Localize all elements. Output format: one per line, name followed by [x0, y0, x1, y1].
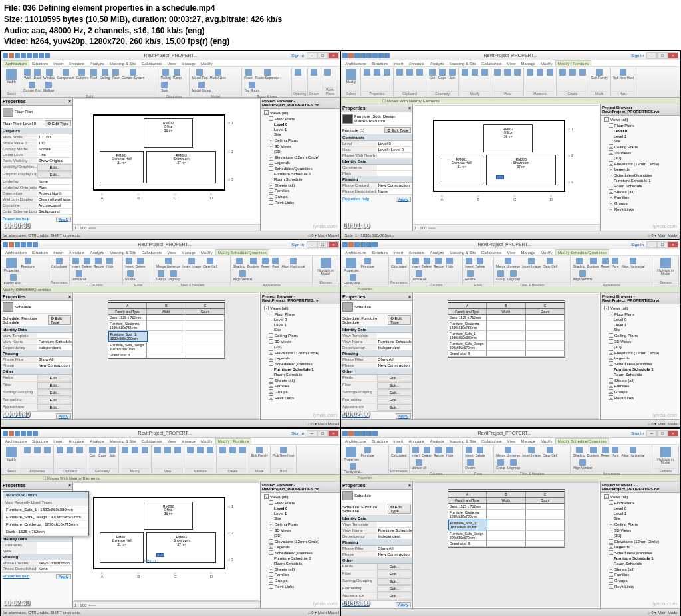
properties-panel[interactable]: Properties×ScheduleSchedule: Furniture S…	[341, 482, 413, 608]
ribbon-button[interactable]: Clear Cell	[202, 257, 218, 269]
ribbon-button[interactable]: Merge Unmerge	[495, 446, 521, 458]
ribbon-button[interactable]: Cut	[428, 68, 437, 80]
ribbon-tabs[interactable]: ArchitectureStructureInsertAnnotateAnaly…	[341, 438, 680, 445]
ribbon-button[interactable]: Join	[448, 68, 457, 80]
ribbon-button[interactable]: Font	[611, 257, 620, 269]
ribbon-button[interactable]: Furniture	[360, 257, 375, 273]
tree-node[interactable]: +Ceiling Plans	[602, 333, 678, 339]
tree-node[interactable]: -Schedules/Quantities	[262, 166, 339, 172]
ribbon-button[interactable]: Font	[271, 257, 280, 269]
ribbon-button[interactable]: Cut	[88, 446, 97, 458]
ribbon-button[interactable]	[173, 446, 182, 455]
property-row[interactable]: FieldsEdit...	[1, 375, 72, 382]
ribbon-tab[interactable]: Annotate	[66, 60, 87, 66]
type-preview[interactable]: Floor Plan	[1, 106, 72, 119]
tree-node[interactable]: +Groups	[602, 578, 678, 584]
ribbon-button[interactable]: Hide	[105, 257, 114, 269]
tree-node[interactable]: Site	[602, 516, 678, 522]
ribbon-button[interactable]	[493, 68, 502, 77]
tree-node[interactable]: +Legends	[262, 160, 339, 166]
type-preview[interactable]: Schedule	[341, 301, 412, 314]
ribbon-button[interactable]: Delete	[421, 446, 432, 458]
ribbon-panel[interactable]: ModifySelectPropertiesClipboardCutCopeJo…	[1, 445, 340, 475]
tree-node[interactable]: {3D}	[602, 345, 678, 350]
tree-node[interactable]: +Families	[602, 383, 678, 389]
ribbon-tab[interactable]: Massing & Site	[107, 60, 139, 66]
close-icon[interactable]: ×	[68, 294, 71, 299]
room[interactable]: RM003Showroom37 m²	[146, 151, 217, 183]
property-row[interactable]: Underlay OrientationPlan	[1, 185, 72, 191]
ribbon-tab[interactable]: Structure	[29, 438, 51, 444]
view-control-bar[interactable]: 1 : 100▫▫▫▫▫	[73, 224, 260, 231]
property-row[interactable]: OrientationProject North	[1, 191, 72, 197]
canvas-area[interactable]: ABCFamily and TypeWidthCountDesk: 1525 x…	[413, 482, 600, 608]
tree-node[interactable]: +Revit Links	[602, 395, 678, 401]
ribbon-tab[interactable]: Structure	[369, 60, 390, 66]
ribbon-tab[interactable]: View	[504, 60, 518, 66]
ribbon-button[interactable]	[525, 68, 535, 77]
ribbon-button[interactable]: Cope	[98, 446, 107, 458]
ribbon-tab[interactable]: Analyze	[427, 60, 446, 66]
ribbon-tab[interactable]: Manage	[518, 60, 538, 66]
ribbon-button[interactable]: Curtain System	[121, 68, 145, 80]
tree-node[interactable]: Furniture Schedule 1	[602, 179, 678, 184]
edit-type-button[interactable]: ⚙ Edit Type	[384, 127, 411, 133]
tree-node[interactable]: Room Schedule	[602, 184, 678, 189]
ribbon-button[interactable]: Ramp	[172, 68, 182, 80]
schedule-row[interactable]: Desk: 1525 x 762mm	[108, 315, 225, 321]
property-row[interactable]: HostLevel : Level 0	[341, 147, 412, 153]
ribbon-button[interactable]: Calculated	[390, 446, 408, 458]
canvas-area[interactable]: ABCFamily and TypeWidthCountDesk: 1525 x…	[73, 293, 260, 419]
tree-node[interactable]: +Legends	[262, 356, 339, 361]
ribbon-tab[interactable]: Collaborate	[479, 249, 505, 255]
tree-node[interactable]: +Groups	[602, 201, 678, 207]
edit-type-button[interactable]: ⚙ Edit Type	[388, 315, 411, 325]
ribbon-button[interactable]: Clear Cell	[542, 257, 558, 269]
property-row[interactable]: Parts VisibilityShow Original	[1, 158, 72, 164]
tree-node[interactable]: Furniture Schedule 1	[602, 556, 678, 562]
ribbon-button[interactable]: Pick New Host	[272, 446, 295, 458]
ribbon-tab[interactable]: Architecture	[342, 438, 369, 444]
property-row[interactable]: Detail LevelFine	[1, 152, 72, 158]
ribbon-button[interactable]: Column	[76, 68, 88, 80]
ribbon-button[interactable]: Hide	[445, 446, 454, 458]
property-row[interactable]: Comments	[341, 165, 412, 171]
ribbon-tab[interactable]: Manage	[518, 249, 538, 255]
property-row[interactable]: FieldsEdit...	[341, 564, 412, 571]
ribbon-button[interactable]	[415, 68, 424, 77]
ribbon-button[interactable]	[130, 446, 140, 455]
tree-node[interactable]: Site	[262, 132, 339, 138]
ribbon-button[interactable]: Properties	[3, 257, 20, 273]
quick-access-toolbar[interactable]	[342, 53, 390, 58]
ribbon-button[interactable]	[513, 68, 522, 77]
ribbon-button[interactable]: Furniture	[21, 257, 35, 273]
tree-node[interactable]: {3D}	[262, 345, 339, 350]
ribbon-button[interactable]: Window	[43, 68, 56, 80]
schedule-row[interactable]: Grand total: 8	[448, 351, 565, 357]
property-row[interactable]: View NameFurniture Schedule 1	[341, 528, 412, 534]
tree-node[interactable]: +Elevations (12mm Circle)	[602, 350, 678, 356]
ribbon-button[interactable]: Shading	[232, 257, 245, 269]
property-row[interactable]: Moves With Nearby ...	[341, 153, 412, 159]
tree-node[interactable]: {3D}	[262, 150, 339, 155]
tree-node[interactable]: +Revit Links	[602, 207, 678, 213]
ribbon-button[interactable]: Group	[495, 270, 506, 282]
type-preview[interactable]: Schedule	[341, 490, 412, 502]
ribbon-button[interactable]: Ungroup	[507, 270, 521, 282]
tree-node[interactable]: Level 1	[262, 323, 339, 328]
floor-plan-canvas[interactable]: RM002Office36 m²RM001Entrance Hall31 m²R…	[74, 98, 259, 223]
ribbon-button[interactable]: Reset	[260, 257, 270, 269]
ribbon-button[interactable]: Resize	[464, 270, 476, 282]
options-bar[interactable]: ☐ Moves With Nearby Elements	[1, 475, 340, 482]
ribbon-button[interactable]: Reset	[600, 446, 610, 458]
ribbon-tab[interactable]: Modify	[538, 249, 555, 255]
ribbon-button[interactable]	[140, 446, 150, 455]
ribbon-tab[interactable]: Annotate	[406, 60, 427, 66]
tree-node[interactable]: Site	[262, 328, 339, 333]
tree-node[interactable]: -Schedules/Quantities	[262, 550, 339, 556]
ribbon-button[interactable]: Family and...	[343, 274, 364, 286]
properties-help-link[interactable]: Properties helpApply	[1, 572, 72, 581]
ribbon-button[interactable]	[535, 68, 545, 77]
type-option[interactable]: Furniture_Credenza : 1830x610x735mm	[3, 521, 88, 528]
canvas-area[interactable]: RM002Office36 m²RM001Entrance Hall31 m²R…	[73, 98, 260, 231]
